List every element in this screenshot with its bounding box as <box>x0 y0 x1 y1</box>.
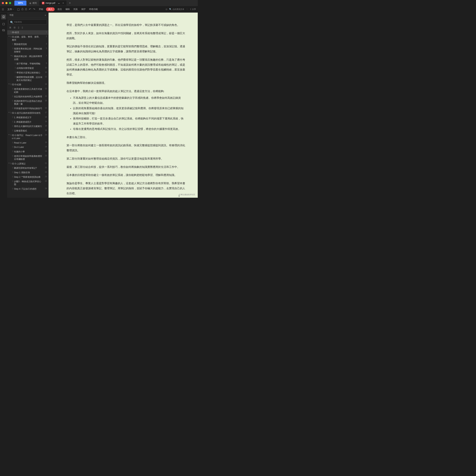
print-icon[interactable]: ⎙ <box>22 8 23 11</box>
pdf-icon: P <box>42 2 44 4</box>
page-icon: ▯ <box>12 180 13 182</box>
menu-edit[interactable]: 编辑 <box>64 8 71 11</box>
bookmark-label: 有趣的小事 <box>14 150 43 153</box>
paragraph: 筆記的價值不僅僅在於記錄知識，更重要的是它能幫助我們整理思緒、理解概念，並加深記… <box>67 44 185 54</box>
minimize-window[interactable] <box>5 2 8 4</box>
expand-all-icon[interactable]: ⊞ <box>9 26 11 29</box>
bookmark-page: 19 <box>43 134 47 136</box>
bookmark-item[interactable]: ▾▯02-0-紀錄14 <box>7 82 48 87</box>
page-icon: ▯ <box>12 141 13 143</box>
bookmark-item[interactable]: ▯現實世界的筆記術：同時紀錄與整理5 <box>7 47 48 54</box>
bookmark-label: 聽講型課程如何做筆記? <box>14 167 43 170</box>
bookmark-tools: ⊞ ⊟ ▯ ▯ <box>7 26 48 30</box>
bookmark-item[interactable]: ▯Read it Later19 <box>7 141 48 145</box>
bookmark-item[interactable]: ▯00-前言1 <box>7 30 48 35</box>
menu-special[interactable]: 特色功能 <box>87 8 100 11</box>
bookmark-label: 2. 將檔案變成照片 <box>14 121 43 123</box>
bookmark-item[interactable]: ▯使用速度最快的工具或方式做紀錄15 <box>7 87 48 94</box>
paragraph: 無論你是學生、專業人士還是對學習有興趣的人，這套超人筆記方法都將對你有所幫助。我… <box>67 181 185 196</box>
close-tab-icon[interactable]: × <box>62 2 64 4</box>
open-icon[interactable]: ▢ <box>17 8 20 11</box>
bookmark-tool2-icon[interactable]: ▯ <box>22 26 23 29</box>
bookmark-item[interactable]: ▯1. 將檔案變成文字18 <box>7 115 48 120</box>
close-sidebar-icon[interactable]: × <box>45 14 46 17</box>
page-icon: ▯ <box>12 167 13 169</box>
bookmark-page: 10 <box>43 71 47 73</box>
bookmark-item[interactable]: ▯重新梳理流程3 <box>7 42 48 47</box>
window-controls <box>2 2 11 4</box>
page-icon: ▯ <box>10 35 11 37</box>
bookmark-item[interactable]: ▯步驟3：轉換成主動式學習心態23 <box>7 179 48 187</box>
watermark: ◎稀土掘金技术社区 <box>179 194 195 196</box>
bookmark-item[interactable]: ▯聽講型課程如何做筆記?22 <box>7 166 48 170</box>
caret-icon: ▾ <box>8 111 10 113</box>
bookmark-label: 按下暫停鍵，平移時間軸 <box>17 62 43 65</box>
menu-insert[interactable]: 插入 <box>46 7 55 11</box>
page-icon: ▯ <box>10 162 11 164</box>
menu-annotate[interactable]: 批注 <box>56 8 64 11</box>
share-button[interactable]: ⇪ 分享 <box>190 8 196 11</box>
add-tab-button[interactable]: + <box>68 1 72 5</box>
page-icon: ▯ <box>12 176 13 177</box>
bookmark-item[interactable]: ▯用符合大腦特性的方法建索引18 <box>7 124 48 129</box>
menu-file[interactable]: 文件 ▾ <box>6 8 15 11</box>
page-icon: ▯ <box>12 116 13 118</box>
hamburger-icon[interactable]: ☰ <box>2 8 4 11</box>
bookmark-tool-icon[interactable]: ▯ <box>18 26 19 29</box>
undo-icon[interactable]: ↶ <box>29 8 31 11</box>
page-icon: ▯ <box>10 111 11 113</box>
bookmark-search-input[interactable] <box>9 19 47 24</box>
bookmark-page: 14 <box>43 83 47 85</box>
outline-rail-icon[interactable] <box>2 23 5 26</box>
paragraph: 學習，是我們人生中最重要的課題之一。而在這個學習的旅程中，筆記扮演著不可或缺的角… <box>67 23 185 28</box>
search-text-button[interactable]: 🔍 点此查找文本 <box>169 8 184 11</box>
bookmark-item[interactable]: ▯不同場景使用不同的紀錄技巧16 <box>7 106 48 111</box>
bookmark-label: 使用日常開啟頻率最高軟體而非專屬軟體 <box>14 155 43 161</box>
bookmark-label: 步驟3：轉換成主動式學習心態 <box>14 180 43 186</box>
maximize-window[interactable] <box>9 2 11 4</box>
bookmark-item[interactable]: ▯Step 1: 開錄音筆23 <box>7 170 48 175</box>
bookmark-item[interactable]: ▯Step 4: 只記自己的感想24 <box>7 187 48 191</box>
bookmark-item[interactable]: ▯2. 將檔案變成照片18 <box>7 120 48 124</box>
more-icon[interactable]: ⋮ <box>186 8 188 10</box>
bookmark-item[interactable]: ▯Do it Later19 <box>7 145 48 149</box>
bookmark-item[interactable]: ▯按下暫停鍵，平移時間軸9 <box>7 62 48 66</box>
toolbar: ☰ 文件 ▾ ▢ ⎙ ⎙ ↶ ↷ 开始 插入 批注 编辑 页面 保护 特色功能 … <box>0 6 198 13</box>
bookmark-item[interactable]: ▾▯01-紀錄、提取、整理、搜尋、應用2 <box>7 35 48 42</box>
caret-icon: ▾ <box>8 83 10 85</box>
cloud-sync-icon[interactable]: ◷ <box>166 8 167 10</box>
bookmark-item[interactable]: ▯Step 2: **觀察老師授課結構23 <box>7 175 48 179</box>
menu-start[interactable]: 开始 <box>37 8 45 11</box>
tab-wps[interactable]: WPS <box>14 0 26 6</box>
tab-daoqiao[interactable]: ▦ 稻壳 <box>26 0 39 6</box>
bookmark-item[interactable]: ▯解開整理無窮迴圈，記出有效又有用的筆記12 <box>7 75 48 83</box>
bookmark-label: 所謂的整理可以是用自己的話重講一遍 <box>14 100 43 106</box>
bookmark-item[interactable]: ▾▯02-3-上課筆記21 <box>7 161 48 166</box>
image-rail-icon[interactable] <box>2 29 5 32</box>
page-icon: ▯ <box>12 121 13 123</box>
bookmark-item[interactable]: ▾▯02-2-隨手記 Read it Later & Do it Later19 <box>7 133 48 141</box>
print-alt-icon[interactable]: ⎙ <box>25 8 27 11</box>
bookmark-page: 16 <box>43 100 47 102</box>
tab-merge-pdf[interactable]: P merge.pdf ☁ × <box>39 0 66 6</box>
redo-icon[interactable]: ↷ <box>33 8 35 11</box>
bookmark-item[interactable]: ▯有趣的小事19 <box>7 149 48 154</box>
bookmark-label: Step 4: 只記自己的感想 <box>14 187 43 191</box>
bookmark-rail-icon[interactable] <box>1 14 6 19</box>
close-window[interactable] <box>2 2 4 4</box>
bookmark-label: 在記憶的有效時間之內做整理 <box>14 95 43 98</box>
bookmark-item[interactable]: ▯五種場景模式18 <box>7 129 48 133</box>
bookmark-item[interactable]: ▯在記憶的有效時間之內做整理15 <box>7 94 48 99</box>
paragraph: 第一部分將教你如何建立一個長期有效的資訊紀錄系統、快速完整捕捉想捕捉到資訊、有條… <box>67 143 185 153</box>
bookmark-label: 1. 將檔案變成文字 <box>14 116 43 119</box>
collapse-all-icon[interactable]: ⊟ <box>14 26 16 29</box>
bookmark-item[interactable]: ▾▯高效的筆記術：將記錄與整理分開7 <box>7 54 48 62</box>
menu-protect[interactable]: 保护 <box>79 8 87 11</box>
menu-page[interactable]: 页面 <box>71 8 79 11</box>
bookmark-item[interactable]: ▯所謂的整理可以是用自己的話重講一遍16 <box>7 99 48 106</box>
caret-icon: ▾ <box>8 35 10 37</box>
bookmark-item[interactable]: ▯在時限內整理複習10 <box>7 66 48 71</box>
bookmark-item[interactable]: ▯使用日常開啟頻率最高軟體而非專屬軟體20 <box>7 154 48 161</box>
bookmark-item[interactable]: ▯學習術才是筆記術的核心10 <box>7 71 48 75</box>
bookmark-item[interactable]: ▾▯02-1-提升記錄的速度與有效性17 <box>7 111 48 115</box>
